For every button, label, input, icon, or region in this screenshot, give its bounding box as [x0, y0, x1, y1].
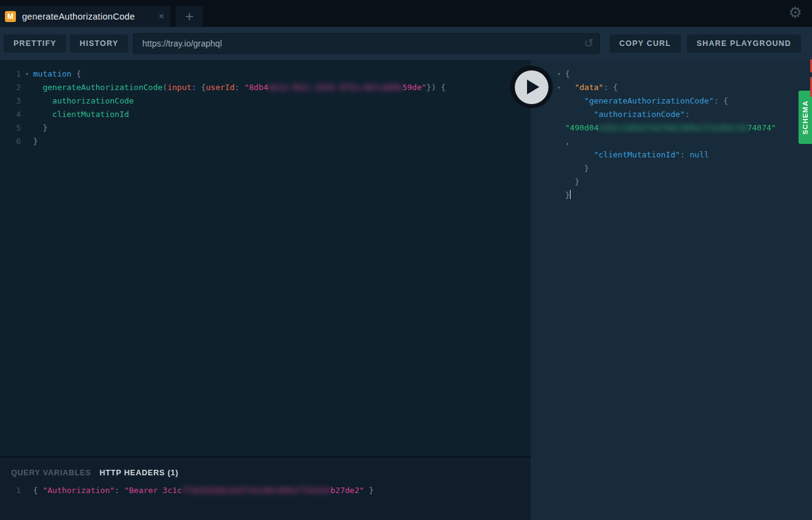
- code-text: "clientMutationId": null: [565, 148, 709, 162]
- line-number: 5: [0, 121, 21, 135]
- fold-arrow-spacer: [553, 189, 565, 202]
- tab-generate-authorization-code[interactable]: M generateAuthorizationCode ×: [0, 6, 170, 27]
- fold-arrow-spacer: [553, 121, 565, 135]
- endpoint-url-input[interactable]: [133, 33, 599, 54]
- code-line: ,: [531, 135, 812, 148]
- fold-arrow-spacer: [553, 135, 565, 148]
- code-text: "generateAuthorizationCode": {: [565, 94, 728, 108]
- code-text: {: [565, 67, 570, 81]
- fold-arrow-spacer: [553, 148, 565, 162]
- endpoint-url-wrap: ↺: [133, 33, 599, 54]
- fold-arrow-spacer: [21, 108, 33, 121]
- fold-arrow-spacer: [21, 121, 33, 135]
- line-number: 4: [0, 108, 21, 121]
- tab-bar: M generateAuthorizationCode × + ⚙: [0, 0, 812, 27]
- code-text: }: [33, 121, 47, 135]
- code-line: "clientMutationId": null: [531, 148, 812, 162]
- execute-query-button[interactable]: [510, 66, 553, 108]
- close-tab-icon[interactable]: ×: [159, 11, 164, 22]
- line-number: 3: [0, 94, 21, 108]
- reload-schema-icon[interactable]: ↺: [584, 36, 594, 50]
- code-line: 1{ "Authorization": "Bearer 3c1c7f4e9d2b…: [0, 484, 531, 497]
- share-playground-button[interactable]: SHARE PLAYGROUND: [687, 34, 801, 53]
- plus-icon: +: [185, 8, 194, 25]
- fold-arrow-spacer: [21, 135, 33, 148]
- fold-arrow-icon[interactable]: ▾: [21, 67, 33, 81]
- bottom-panel-tabs: QUERY VARIABLESHTTP HEADERS (1): [0, 458, 531, 477]
- prettify-button[interactable]: PRETTIFY: [4, 34, 66, 53]
- code-line: "generateAuthorizationCode": {: [531, 94, 812, 108]
- code-line: "authorizationCode":: [531, 108, 812, 121]
- bottom-tab-http-headers-1[interactable]: HTTP HEADERS (1): [100, 469, 179, 477]
- line-number: 1: [0, 67, 21, 81]
- fold-arrow-icon[interactable]: ▾: [553, 67, 565, 81]
- code-text: }: [565, 189, 571, 202]
- graphql-playground-window: M generateAuthorizationCode × + ⚙ PRETTI…: [0, 0, 812, 520]
- fold-arrow-icon[interactable]: ▾: [553, 81, 565, 94]
- code-text: generateAuthorizationCode(input: {userId…: [33, 81, 446, 94]
- code-line: "490d04a1b2c3d4e5f6a7b8c9d0e1f2a3b4c5d74…: [531, 121, 812, 135]
- code-text: clientMutationId: [33, 108, 129, 121]
- history-button[interactable]: HISTORY: [70, 34, 128, 53]
- code-text: mutation {: [33, 67, 81, 81]
- line-number: 1: [0, 484, 21, 497]
- line-number: 6: [0, 135, 21, 148]
- line-number: 2: [0, 81, 21, 94]
- fold-arrow-spacer: [553, 162, 565, 175]
- code-text: }: [565, 162, 589, 175]
- fold-arrow-spacer: [21, 484, 33, 497]
- code-text: "490d04a1b2c3d4e5f6a7b8c9d0e1f2a3b4c5d74…: [565, 121, 776, 135]
- http-headers-editor[interactable]: 1{ "Authorization": "Bearer 3c1c7f4e9d2b…: [0, 484, 531, 497]
- variables-headers-panel: QUERY VARIABLESHTTP HEADERS (1) 1{ "Auth…: [0, 456, 531, 520]
- tab-title: generateAuthorizationCode: [22, 12, 155, 21]
- code-line: 3 authorizationCode: [0, 94, 531, 108]
- query-editor[interactable]: 1▾mutation {2 generateAuthorizationCode(…: [0, 60, 531, 456]
- code-line: 6}: [0, 135, 531, 148]
- code-line: 5 }: [0, 121, 531, 135]
- code-text: authorizationCode: [33, 94, 134, 108]
- text-cursor: [570, 190, 571, 199]
- bottom-tab-query-variables[interactable]: QUERY VARIABLES: [11, 469, 91, 477]
- fold-arrow-spacer: [21, 81, 33, 94]
- code-line: 4 clientMutationId: [0, 108, 531, 121]
- code-line: 1▾mutation {: [0, 67, 531, 81]
- mutation-badge: M: [5, 11, 16, 22]
- code-line: ▾{: [531, 67, 812, 81]
- code-text: "data": {: [565, 81, 618, 94]
- code-line: }: [531, 189, 812, 202]
- fold-arrow-spacer: [553, 175, 565, 189]
- code-text: }: [33, 135, 38, 148]
- new-tab-button[interactable]: +: [176, 6, 203, 27]
- code-text: "authorizationCode":: [565, 108, 690, 121]
- play-icon: [527, 80, 539, 94]
- settings-gear-icon[interactable]: ⚙: [789, 4, 802, 21]
- schema-side-tab[interactable]: SCHEMA: [799, 91, 812, 144]
- code-line: ▾ "data": {: [531, 81, 812, 94]
- toolbar: PRETTIFY HISTORY ↺ COPY CURL SHARE PLAYG…: [0, 27, 812, 60]
- fold-arrow-spacer: [553, 108, 565, 121]
- fold-arrow-spacer: [21, 94, 33, 108]
- fold-arrow-spacer: [553, 94, 565, 108]
- code-text: }: [565, 175, 579, 189]
- schema-tab-label: SCHEMA: [802, 100, 809, 135]
- play-circle: [515, 70, 548, 104]
- response-viewer[interactable]: ▾{▾ "data": { "generateAuthorizationCode…: [531, 60, 812, 520]
- copy-curl-button[interactable]: COPY CURL: [610, 34, 681, 53]
- code-line: }: [531, 175, 812, 189]
- code-text: ,: [565, 135, 570, 148]
- code-text: { "Authorization": "Bearer 3c1c7f4e9d2b8…: [33, 484, 374, 497]
- code-line: 2 generateAuthorizationCode(input: {user…: [0, 81, 531, 94]
- code-line: }: [531, 162, 812, 175]
